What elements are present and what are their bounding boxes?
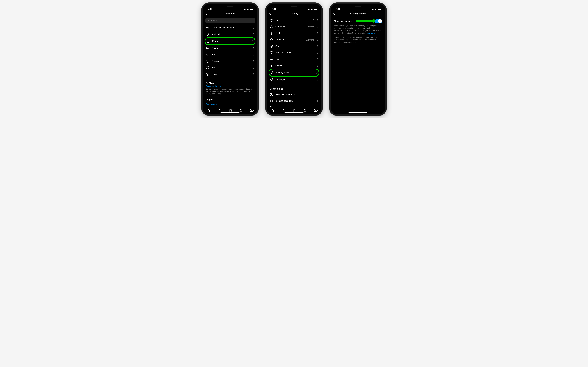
row-guides[interactable]: Guides (269, 63, 319, 69)
chevron-right-icon (317, 52, 318, 54)
row-mentions[interactable]: Mentions Everyone (269, 36, 319, 43)
location-icon (213, 8, 215, 10)
battery-icon (314, 8, 317, 10)
tab-shop[interactable] (239, 109, 243, 112)
back-button[interactable] (333, 12, 335, 15)
activity-desc-1: Allow accounts you follow and anyone you… (333, 25, 383, 36)
row-notifications[interactable]: Notifications (205, 31, 255, 38)
live-icon (270, 58, 273, 61)
learn-more-link[interactable]: Learn More (366, 32, 375, 34)
row-messages[interactable]: Messages (269, 76, 319, 83)
chevron-right-icon (317, 19, 318, 21)
chevron-right-icon (317, 26, 318, 28)
chevron-right-icon (253, 73, 254, 75)
row-live[interactable]: Live (269, 56, 319, 63)
comment-icon (270, 25, 273, 28)
row-security[interactable]: Security (205, 45, 255, 51)
svg-point-19 (271, 73, 272, 74)
svg-point-25 (315, 109, 316, 110)
chevron-right-icon (317, 45, 318, 47)
invite-icon (206, 26, 209, 29)
row-help[interactable]: Help (205, 64, 255, 71)
svg-rect-16 (270, 51, 273, 54)
phone-activity-status: 17:41 Activity status Show activity stat… (329, 3, 387, 116)
divider (269, 84, 319, 84)
add-account-link[interactable]: Add account (205, 102, 255, 107)
row-story[interactable]: Story (269, 43, 319, 50)
tab-search[interactable] (217, 109, 221, 112)
notch (219, 4, 241, 8)
tab-profile[interactable] (314, 109, 318, 112)
activity-desc-2: You can turn off Active Status at any ti… (333, 36, 383, 45)
clock: 17:40 (207, 8, 212, 10)
tab-reels[interactable] (228, 109, 232, 112)
row-privacy[interactable]: Privacy (205, 37, 255, 45)
cellular-icon (308, 8, 310, 10)
meta-block: Meta Accounts Centre Control settings fo… (205, 80, 255, 97)
tab-home[interactable] (207, 109, 210, 112)
send-icon (270, 78, 273, 81)
battery-icon (250, 8, 253, 10)
row-posts[interactable]: Posts (269, 30, 319, 36)
row-muted[interactable]: Muted accounts (269, 104, 319, 107)
activity-toggle[interactable] (375, 19, 382, 23)
search-input[interactable]: Search (205, 18, 255, 23)
row-account[interactable]: Account (205, 58, 255, 64)
svg-point-22 (282, 109, 284, 111)
toggle-row-activity: Show activity status (333, 17, 383, 25)
svg-point-4 (207, 60, 208, 61)
battery-icon (378, 8, 381, 10)
home-indicator[interactable] (221, 112, 240, 113)
cellular-icon (244, 8, 246, 10)
header: Activity status (331, 11, 385, 17)
row-blocked[interactable]: Blocked accounts (269, 98, 319, 104)
location-icon (341, 8, 343, 10)
chevron-right-icon (317, 65, 318, 67)
row-follow-invite[interactable]: Follow and invite friends (205, 25, 255, 31)
home-indicator[interactable] (285, 112, 303, 113)
megaphone-icon (206, 53, 209, 56)
search-icon (207, 19, 209, 22)
accounts-centre-link[interactable]: Accounts Centre (206, 85, 254, 87)
chevron-right-icon (317, 58, 318, 60)
row-limits[interactable]: Limits Off (269, 17, 319, 23)
svg-rect-9 (229, 109, 231, 112)
svg-rect-2 (207, 41, 209, 42)
chevron-right-icon (253, 33, 254, 35)
back-button[interactable] (205, 12, 207, 15)
svg-point-11 (251, 109, 252, 110)
home-indicator[interactable] (348, 112, 368, 113)
row-comments[interactable]: Comments Everyone (269, 23, 319, 30)
svg-rect-23 (293, 109, 295, 112)
chevron-right-icon (317, 39, 318, 41)
row-reels[interactable]: Reels and remix (269, 50, 319, 56)
tab-reels[interactable] (292, 109, 296, 112)
tab-home[interactable] (270, 109, 274, 112)
meta-logo: Meta (206, 82, 254, 84)
muted-icon (270, 106, 273, 107)
toggle-label: Show activity status (334, 20, 354, 23)
wifi-icon (247, 8, 249, 10)
tab-shop[interactable] (303, 109, 307, 112)
at-icon (270, 38, 273, 41)
story-icon (270, 45, 273, 48)
row-activity-status[interactable]: Activity status (269, 69, 319, 77)
reels-icon (270, 51, 273, 54)
cellular-icon (372, 8, 374, 10)
guides-icon (270, 64, 273, 67)
location-icon (277, 8, 279, 10)
tab-search[interactable] (281, 109, 285, 112)
page-title: Settings (225, 12, 234, 15)
back-button[interactable] (269, 12, 271, 15)
row-restricted[interactable]: Restricted accounts (269, 91, 319, 98)
chevron-right-icon (317, 79, 318, 81)
info-icon (206, 73, 209, 76)
user-circle-icon (206, 59, 209, 63)
annotation-arrow (356, 20, 373, 22)
blocked-icon (270, 99, 273, 103)
header: Privacy (267, 11, 321, 17)
row-about[interactable]: About (205, 71, 255, 77)
row-ads[interactable]: Ads (205, 51, 255, 58)
tab-profile[interactable] (250, 109, 254, 112)
chevron-right-icon (253, 60, 254, 62)
